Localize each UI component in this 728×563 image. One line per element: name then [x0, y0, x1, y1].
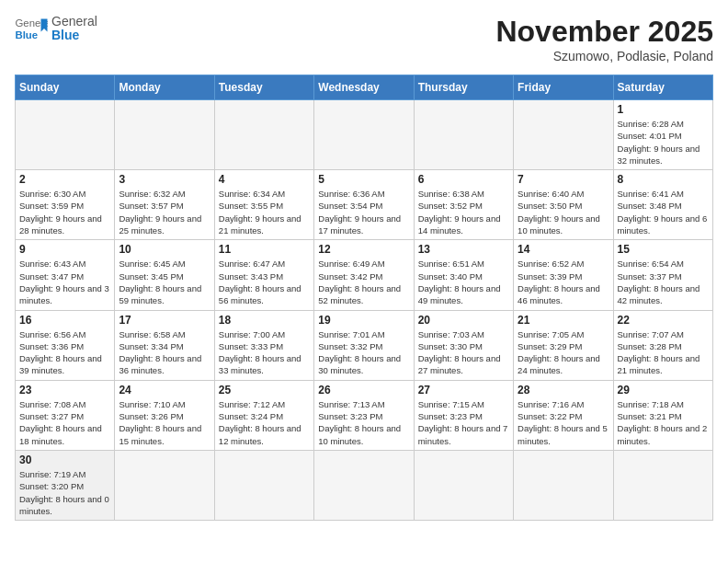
calendar-cell	[414, 100, 513, 170]
day-number: 19	[318, 314, 409, 327]
calendar-cell	[414, 450, 513, 520]
weekday-header-tuesday: Tuesday	[214, 75, 313, 100]
calendar-cell: 3Sunrise: 6:32 AM Sunset: 3:57 PM Daylig…	[115, 170, 214, 240]
logo-general-text: General	[51, 15, 97, 29]
day-info: Sunrise: 6:45 AM Sunset: 3:45 PM Dayligh…	[119, 258, 210, 306]
calendar-cell: 5Sunrise: 6:36 AM Sunset: 3:54 PM Daylig…	[314, 170, 414, 240]
day-info: Sunrise: 6:58 AM Sunset: 3:34 PM Dayligh…	[119, 328, 210, 377]
calendar-cell: 28Sunrise: 7:16 AM Sunset: 3:22 PM Dayli…	[514, 380, 613, 450]
calendar-cell: 25Sunrise: 7:12 AM Sunset: 3:24 PM Dayli…	[214, 380, 313, 450]
day-number: 17	[119, 314, 210, 327]
calendar-week-row: 23Sunrise: 7:08 AM Sunset: 3:27 PM Dayli…	[16, 380, 713, 450]
day-number: 22	[618, 314, 709, 327]
day-number: 9	[19, 243, 110, 256]
day-number: 14	[518, 243, 609, 256]
calendar-cell: 13Sunrise: 6:51 AM Sunset: 3:40 PM Dayli…	[414, 240, 513, 310]
calendar-cell	[514, 450, 613, 520]
calendar-cell	[314, 100, 414, 170]
calendar-table: SundayMondayTuesdayWednesdayThursdayFrid…	[15, 75, 713, 521]
page-header: General Blue General Blue November 2025 …	[15, 15, 713, 63]
day-number: 20	[418, 314, 509, 327]
calendar-cell	[16, 100, 115, 170]
day-info: Sunrise: 7:16 AM Sunset: 3:22 PM Dayligh…	[518, 398, 609, 447]
calendar-cell: 23Sunrise: 7:08 AM Sunset: 3:27 PM Dayli…	[16, 380, 115, 450]
weekday-header-row: SundayMondayTuesdayWednesdayThursdayFrid…	[16, 75, 713, 100]
calendar-cell: 24Sunrise: 7:10 AM Sunset: 3:26 PM Dayli…	[115, 380, 214, 450]
day-number: 11	[219, 243, 310, 256]
svg-marker-2	[41, 19, 48, 32]
day-info: Sunrise: 7:00 AM Sunset: 3:33 PM Dayligh…	[219, 328, 310, 377]
day-number: 13	[418, 243, 509, 256]
calendar-cell: 16Sunrise: 6:56 AM Sunset: 3:36 PM Dayli…	[16, 310, 115, 380]
svg-text:Blue: Blue	[16, 29, 39, 40]
weekday-header-saturday: Saturday	[613, 75, 712, 100]
day-number: 24	[119, 384, 210, 396]
logo: General Blue General Blue	[15, 15, 97, 43]
day-number: 8	[618, 173, 709, 186]
calendar-cell	[214, 100, 313, 170]
day-info: Sunrise: 7:05 AM Sunset: 3:29 PM Dayligh…	[518, 328, 609, 377]
calendar-cell	[115, 100, 214, 170]
calendar-cell: 6Sunrise: 6:38 AM Sunset: 3:52 PM Daylig…	[414, 170, 513, 240]
calendar-cell: 7Sunrise: 6:40 AM Sunset: 3:50 PM Daylig…	[514, 170, 613, 240]
day-info: Sunrise: 6:54 AM Sunset: 3:37 PM Dayligh…	[618, 258, 709, 306]
day-info: Sunrise: 6:34 AM Sunset: 3:55 PM Dayligh…	[219, 188, 310, 236]
day-info: Sunrise: 7:03 AM Sunset: 3:30 PM Dayligh…	[418, 328, 509, 377]
day-info: Sunrise: 6:56 AM Sunset: 3:36 PM Dayligh…	[19, 328, 110, 377]
day-info: Sunrise: 7:10 AM Sunset: 3:26 PM Dayligh…	[119, 398, 210, 447]
calendar-cell: 30Sunrise: 7:19 AM Sunset: 3:20 PM Dayli…	[16, 450, 115, 520]
calendar-cell: 22Sunrise: 7:07 AM Sunset: 3:28 PM Dayli…	[613, 310, 712, 380]
calendar-cell: 21Sunrise: 7:05 AM Sunset: 3:29 PM Dayli…	[514, 310, 613, 380]
weekday-header-monday: Monday	[115, 75, 214, 100]
day-info: Sunrise: 6:49 AM Sunset: 3:42 PM Dayligh…	[318, 258, 409, 306]
day-info: Sunrise: 7:08 AM Sunset: 3:27 PM Dayligh…	[19, 398, 110, 447]
weekday-header-friday: Friday	[514, 75, 613, 100]
logo-blue-text: Blue	[51, 29, 97, 42]
day-info: Sunrise: 6:43 AM Sunset: 3:47 PM Dayligh…	[19, 258, 110, 306]
day-number: 12	[318, 243, 409, 256]
day-number: 23	[19, 384, 110, 396]
calendar-cell: 15Sunrise: 6:54 AM Sunset: 3:37 PM Dayli…	[613, 240, 712, 310]
day-number: 1	[618, 103, 709, 116]
day-number: 16	[19, 314, 110, 327]
day-number: 29	[618, 384, 709, 396]
day-number: 4	[219, 173, 310, 186]
day-number: 26	[318, 384, 409, 396]
calendar-cell	[613, 450, 712, 520]
day-info: Sunrise: 7:13 AM Sunset: 3:23 PM Dayligh…	[318, 398, 409, 447]
day-number: 7	[518, 173, 609, 186]
day-info: Sunrise: 7:12 AM Sunset: 3:24 PM Dayligh…	[219, 398, 310, 447]
calendar-week-row: 30Sunrise: 7:19 AM Sunset: 3:20 PM Dayli…	[16, 450, 713, 520]
day-info: Sunrise: 6:32 AM Sunset: 3:57 PM Dayligh…	[119, 188, 210, 236]
calendar-week-row: 1Sunrise: 6:28 AM Sunset: 4:01 PM Daylig…	[16, 100, 713, 170]
title-block: November 2025 Szumowo, Podlasie, Poland	[495, 15, 713, 63]
day-info: Sunrise: 7:01 AM Sunset: 3:32 PM Dayligh…	[318, 328, 409, 377]
calendar-cell: 8Sunrise: 6:41 AM Sunset: 3:48 PM Daylig…	[613, 170, 712, 240]
day-number: 5	[318, 173, 409, 186]
calendar-cell: 12Sunrise: 6:49 AM Sunset: 3:42 PM Dayli…	[314, 240, 414, 310]
day-info: Sunrise: 6:47 AM Sunset: 3:43 PM Dayligh…	[219, 258, 310, 306]
calendar-cell: 19Sunrise: 7:01 AM Sunset: 3:32 PM Dayli…	[314, 310, 414, 380]
day-info: Sunrise: 6:36 AM Sunset: 3:54 PM Dayligh…	[318, 188, 409, 236]
calendar-cell: 10Sunrise: 6:45 AM Sunset: 3:45 PM Dayli…	[115, 240, 214, 310]
calendar-cell: 2Sunrise: 6:30 AM Sunset: 3:59 PM Daylig…	[16, 170, 115, 240]
day-number: 10	[119, 243, 210, 256]
day-info: Sunrise: 6:41 AM Sunset: 3:48 PM Dayligh…	[618, 188, 709, 236]
calendar-cell	[314, 450, 414, 520]
day-info: Sunrise: 6:30 AM Sunset: 3:59 PM Dayligh…	[19, 188, 110, 236]
calendar-week-row: 2Sunrise: 6:30 AM Sunset: 3:59 PM Daylig…	[16, 170, 713, 240]
calendar-cell: 11Sunrise: 6:47 AM Sunset: 3:43 PM Dayli…	[214, 240, 313, 310]
calendar-cell: 9Sunrise: 6:43 AM Sunset: 3:47 PM Daylig…	[16, 240, 115, 310]
calendar-cell	[514, 100, 613, 170]
day-number: 3	[119, 173, 210, 186]
day-number: 2	[19, 173, 110, 186]
calendar-cell: 4Sunrise: 6:34 AM Sunset: 3:55 PM Daylig…	[214, 170, 313, 240]
day-info: Sunrise: 6:52 AM Sunset: 3:39 PM Dayligh…	[518, 258, 609, 306]
day-info: Sunrise: 7:07 AM Sunset: 3:28 PM Dayligh…	[618, 328, 709, 377]
calendar-cell: 29Sunrise: 7:18 AM Sunset: 3:21 PM Dayli…	[613, 380, 712, 450]
day-info: Sunrise: 6:40 AM Sunset: 3:50 PM Dayligh…	[518, 188, 609, 236]
weekday-header-sunday: Sunday	[16, 75, 115, 100]
calendar-week-row: 16Sunrise: 6:56 AM Sunset: 3:36 PM Dayli…	[16, 310, 713, 380]
day-info: Sunrise: 7:18 AM Sunset: 3:21 PM Dayligh…	[618, 398, 709, 447]
logo-icon: General Blue	[15, 16, 48, 41]
